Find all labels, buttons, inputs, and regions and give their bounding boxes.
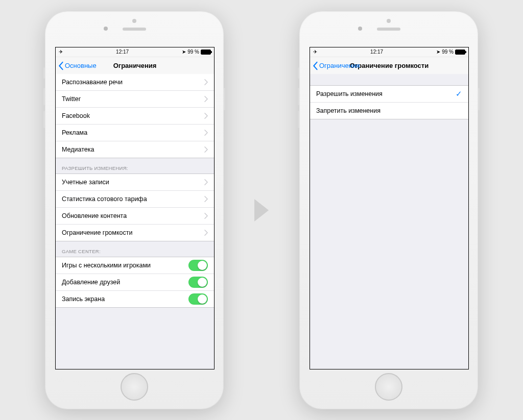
battery-icon bbox=[201, 50, 211, 55]
list-item-label: Ограничение громкости bbox=[62, 229, 204, 236]
list-item-label: Медиатека bbox=[62, 146, 204, 153]
location-icon: ➤ bbox=[436, 49, 440, 55]
list-item-volume-limit[interactable]: Ограничение громкости bbox=[56, 225, 214, 241]
list-item-label: Обновление контента bbox=[62, 212, 204, 219]
list-item[interactable]: Обновление контента bbox=[56, 208, 214, 225]
status-time: 12:17 bbox=[116, 49, 129, 55]
back-button[interactable]: Основные bbox=[58, 57, 97, 75]
settings-list[interactable]: Разрешить изменения ✓ Запретить изменени… bbox=[310, 74, 468, 369]
status-time: 12:17 bbox=[370, 49, 383, 55]
chevron-right-icon bbox=[204, 96, 208, 102]
list-item-label: Статистика сотового тарифа bbox=[62, 195, 204, 203]
list-item[interactable]: Twitter bbox=[56, 91, 214, 108]
screen-left: ✈ 12:17 ➤ 99 % Основные Ограничения bbox=[55, 47, 215, 369]
power-button bbox=[224, 88, 225, 110]
list-item[interactable]: Facebook bbox=[56, 108, 214, 125]
list-item: Добавление друзей bbox=[56, 274, 214, 291]
list-item-label: Реклама bbox=[62, 129, 204, 136]
power-button bbox=[478, 88, 480, 110]
battery-text: 99 % bbox=[187, 49, 199, 55]
mute-switch bbox=[298, 67, 299, 79]
earpiece bbox=[377, 28, 400, 31]
list-item[interactable]: Учетные записи bbox=[56, 174, 214, 191]
home-button[interactable] bbox=[375, 373, 402, 401]
mute-switch bbox=[43, 67, 45, 79]
list-item-label: Добавление друзей bbox=[62, 279, 188, 286]
toggle-switch[interactable] bbox=[188, 293, 208, 305]
front-camera bbox=[104, 27, 108, 31]
list-item[interactable]: Медиатека bbox=[56, 141, 214, 158]
phone-right: ✈ 12:17 ➤ 99 % Ограничения Ограничение г… bbox=[299, 11, 478, 409]
chevron-right-icon bbox=[204, 213, 208, 219]
list-item[interactable]: Статистика сотового тарифа bbox=[56, 191, 214, 208]
chevron-right-icon bbox=[204, 79, 208, 85]
nav-title: Ограничения bbox=[113, 62, 157, 69]
earpiece bbox=[123, 28, 146, 31]
airplane-icon: ✈ bbox=[313, 49, 317, 55]
home-button[interactable] bbox=[121, 373, 148, 401]
chevron-right-icon bbox=[204, 113, 208, 119]
checkmark-icon: ✓ bbox=[456, 89, 462, 98]
front-camera bbox=[358, 27, 362, 31]
section-header-allow-changes: РАЗРЕШИТЬ ИЗМЕНЕНИЯ: bbox=[56, 158, 214, 174]
sensor bbox=[387, 19, 391, 23]
chevron-right-icon bbox=[204, 130, 208, 136]
status-bar: ✈ 12:17 ➤ 99 % bbox=[56, 47, 214, 57]
list-item: Игры с несколькими игроками bbox=[56, 257, 214, 274]
arrow-right-icon bbox=[254, 199, 269, 221]
battery-text: 99 % bbox=[442, 49, 454, 55]
status-bar: ✈ 12:17 ➤ 99 % bbox=[310, 47, 468, 57]
screen-right: ✈ 12:17 ➤ 99 % Ограничения Ограничение г… bbox=[310, 47, 469, 369]
option-deny-changes[interactable]: Запретить изменения bbox=[310, 103, 468, 119]
airplane-icon: ✈ bbox=[59, 49, 63, 55]
list-item-label: Учетные записи bbox=[62, 179, 204, 186]
chevron-right-icon bbox=[204, 196, 208, 202]
list-item-label: Игры с несколькими игроками bbox=[62, 262, 188, 269]
list-item-label: Twitter bbox=[62, 95, 204, 103]
chevron-right-icon bbox=[204, 146, 208, 153]
list-item-label: Запретить изменения bbox=[316, 107, 462, 114]
list-item[interactable]: Реклама bbox=[56, 125, 214, 141]
nav-bar: Основные Ограничения bbox=[56, 57, 214, 75]
location-icon: ➤ bbox=[182, 49, 186, 55]
chevron-right-icon bbox=[204, 230, 208, 236]
volume-down bbox=[43, 111, 45, 128]
settings-list[interactable]: Распознавание речи Twitter Facebook Рекл… bbox=[56, 74, 214, 369]
volume-up bbox=[43, 88, 45, 105]
back-button[interactable]: Ограничения bbox=[312, 57, 360, 75]
nav-title: Ограничение громкости bbox=[350, 62, 429, 69]
list-item: Запись экрана bbox=[56, 291, 214, 307]
toggle-switch[interactable] bbox=[188, 260, 208, 271]
battery-icon bbox=[455, 50, 465, 55]
chevron-left-icon bbox=[58, 61, 64, 70]
volume-up bbox=[298, 88, 299, 105]
option-allow-changes[interactable]: Разрешить изменения ✓ bbox=[310, 86, 468, 103]
volume-down bbox=[298, 111, 299, 128]
list-item[interactable]: Распознавание речи bbox=[56, 74, 214, 91]
back-label: Основные bbox=[65, 62, 97, 69]
list-item-label: Запись экрана bbox=[62, 295, 188, 303]
toggle-switch[interactable] bbox=[188, 277, 208, 288]
back-label: Ограничения bbox=[319, 62, 360, 69]
nav-bar: Ограничения Ограничение громкости bbox=[310, 57, 468, 75]
list-item-label: Распознавание речи bbox=[62, 79, 204, 86]
list-item-label: Facebook bbox=[62, 112, 204, 119]
phone-left: ✈ 12:17 ➤ 99 % Основные Ограничения bbox=[45, 11, 224, 409]
sensor bbox=[132, 19, 136, 23]
list-item-label: Разрешить изменения bbox=[316, 90, 456, 97]
chevron-right-icon bbox=[204, 179, 208, 185]
chevron-left-icon bbox=[312, 61, 318, 70]
section-header-game-center: GAME CENTER: bbox=[56, 241, 214, 257]
